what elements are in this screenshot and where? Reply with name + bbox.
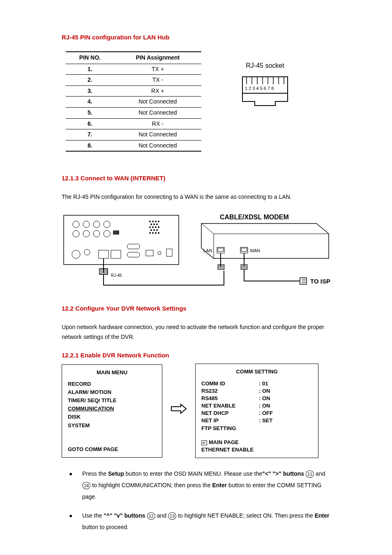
svg-point-36 <box>152 227 154 228</box>
circled-14: 14 <box>82 482 90 489</box>
pin-assignment-cell: TX + <box>114 64 201 75</box>
bullet-2: Use the "^" "v" buttons 12 and 13 to hig… <box>76 510 330 533</box>
svg-rect-22 <box>111 250 121 258</box>
rj45-socket-icon: 1 2 3 4 5 6 7 8 <box>238 73 292 110</box>
svg-point-30 <box>155 221 157 222</box>
svg-point-42 <box>150 233 151 234</box>
modem-title: CABLE/XDSL MODEM <box>220 214 289 221</box>
svg-point-39 <box>151 230 152 231</box>
comm-row-label: NET IP <box>201 417 259 424</box>
svg-rect-58 <box>218 248 224 251</box>
arrow-icon <box>171 402 187 419</box>
menu-boxes: MAIN MENU RECORDALARM/ MOTIONTIMER/ SEQ/… <box>62 364 330 458</box>
lan-label: LAN <box>203 248 212 253</box>
connection-diagram: RJ-45 CABLE/XDSL MODEM LAN WAN TO ISP <box>62 211 330 292</box>
svg-rect-20 <box>113 230 119 235</box>
comm-row-value: : ON <box>259 402 270 410</box>
svg-rect-21 <box>99 250 108 258</box>
table-row: 3.RX + <box>66 85 201 97</box>
pin-no-cell: 4. <box>66 97 114 108</box>
return-icon: ↵ <box>201 440 207 445</box>
svg-point-13 <box>104 221 110 228</box>
menu-item: DISK <box>68 413 156 421</box>
main-menu-title: MAIN MENU <box>68 369 156 376</box>
svg-point-40 <box>154 230 155 231</box>
svg-rect-0 <box>242 77 288 93</box>
bullet-list: Press the Setup button to enter the OSD … <box>76 468 330 533</box>
svg-point-33 <box>154 224 155 225</box>
comm-row: NET DHCP: OFF <box>201 410 312 417</box>
heading-wan: 12.1.3 Connect to WAN (INTERNET) <box>62 174 330 182</box>
svg-point-38 <box>158 227 159 228</box>
comm-row-value: : SET <box>259 417 272 424</box>
table-row: 7.Not Connected <box>66 129 201 140</box>
svg-rect-60 <box>241 248 247 251</box>
svg-point-43 <box>152 233 154 234</box>
svg-point-35 <box>150 227 151 228</box>
pin-no-cell: 6. <box>66 118 114 129</box>
table-row: 8.Not Connected <box>66 140 201 151</box>
comm-row-label: RS232 <box>201 387 259 395</box>
menu-item: SYSTEM <box>68 422 156 429</box>
table-row: 4.Not Connected <box>66 97 201 108</box>
comm-row: FTP SETTING <box>201 425 312 432</box>
comm-row-value: : OFF <box>259 410 273 417</box>
comm-row-value: : ON <box>259 387 270 395</box>
th-pin-no: PIN NO. <box>66 52 114 64</box>
svg-point-15 <box>83 230 90 237</box>
ethernet-row: ETHERNET ENABLE <box>201 446 312 454</box>
main-page-row: ↵MAIN PAGE <box>201 439 312 446</box>
heading-enable: 12.2.1 Enable DVR Network Function <box>62 351 330 359</box>
socket-pin-numbers: 1 2 3 4 5 6 7 8 <box>245 86 274 91</box>
socket-diagram: RJ-45 socket 1 2 3 4 5 6 7 8 <box>238 51 292 161</box>
comm-row-label: RS485 <box>201 395 259 402</box>
pin-assignment-cell: Not Connected <box>114 140 201 151</box>
pin-assignment-cell: TX - <box>114 75 201 86</box>
comm-row: RS232: ON <box>201 387 312 395</box>
table-row: 2.TX - <box>66 75 201 86</box>
circled-11: 11 <box>306 470 314 478</box>
main-menu-box: MAIN MENU RECORDALARM/ MOTIONTIMER/ SEQ/… <box>62 364 162 458</box>
menu-item: ALARM/ MOTION <box>68 389 156 396</box>
comm-row-label: COMM ID <box>201 380 259 387</box>
svg-point-18 <box>72 250 80 258</box>
svg-point-19 <box>84 249 90 255</box>
comm-row: NET ENABLE: ON <box>201 402 312 410</box>
pin-no-cell: 8. <box>66 140 114 151</box>
svg-point-29 <box>152 221 154 222</box>
svg-point-45 <box>158 233 159 234</box>
pin-no-cell: 7. <box>66 129 114 140</box>
pin-table: PIN NO. PIN Assignment 1.TX +2.TX -3.RX … <box>66 51 201 152</box>
comm-setting-box: COMM SETTING COMM ID: 01RS232: ONRS485: … <box>195 364 318 458</box>
svg-point-34 <box>157 224 158 225</box>
svg-rect-23 <box>127 244 140 249</box>
menu-item: TIMER/ SEQ/ TITLE <box>68 397 156 404</box>
comm-row-value: : 01 <box>259 380 268 387</box>
svg-point-28 <box>150 221 151 222</box>
comm-setting-title: COMM SETTING <box>201 368 312 375</box>
svg-point-14 <box>73 230 79 237</box>
svg-point-26 <box>158 251 161 255</box>
svg-rect-27 <box>166 249 172 256</box>
pin-assignment-cell: Not Connected <box>114 107 201 118</box>
to-isp-label: TO ISP <box>310 278 330 285</box>
wan-label: WAN <box>250 248 260 253</box>
pin-assignment-cell: RX + <box>114 85 201 97</box>
comm-row: NET IP: SET <box>201 417 312 424</box>
table-row: 5.Not Connected <box>66 107 201 118</box>
wan-paragraph: The RJ-45 PIN configuration for connecti… <box>62 192 330 202</box>
heading-configure: 12.2 Configure Your DVR Network Settings <box>62 304 330 313</box>
svg-point-16 <box>93 230 100 237</box>
svg-point-37 <box>155 227 157 228</box>
pin-assignment-cell: Not Connected <box>114 129 201 140</box>
pin-no-cell: 2. <box>66 75 114 86</box>
svg-line-56 <box>201 223 214 234</box>
svg-point-44 <box>155 233 157 234</box>
rj45-label: RJ-45 <box>111 273 122 278</box>
menu-item: COMMUNICATION <box>68 405 156 412</box>
comm-row-value: : ON <box>259 395 270 402</box>
circled-13: 13 <box>168 512 176 520</box>
pin-assignment-cell: RX - <box>114 118 201 129</box>
circled-12: 12 <box>147 512 155 520</box>
table-row: 6.RX - <box>66 118 201 129</box>
